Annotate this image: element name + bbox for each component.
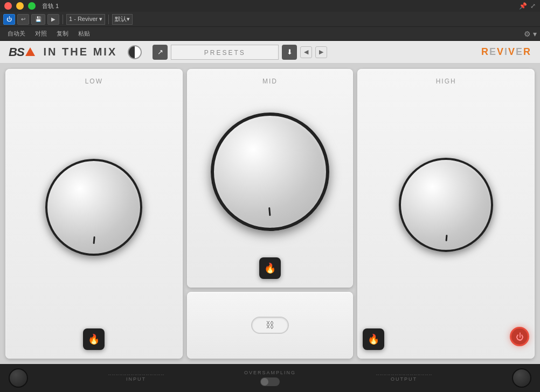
input-label: INPUT bbox=[126, 376, 146, 382]
odot14 bbox=[400, 374, 401, 375]
compare-item[interactable]: 对照 bbox=[31, 29, 51, 39]
dot24 bbox=[151, 374, 153, 375]
reviver-r1: R bbox=[481, 46, 489, 57]
mid-fire-icon: 🔥 bbox=[264, 262, 276, 274]
link-button[interactable]: ⛓ bbox=[251, 317, 289, 334]
odot29 bbox=[429, 374, 430, 375]
preset-label: 1 - Reviver ▾ bbox=[69, 16, 102, 23]
oversampling-area: OVERSAMPLING bbox=[244, 370, 296, 386]
dot21 bbox=[146, 374, 147, 375]
odot30 bbox=[431, 374, 432, 375]
odot22 bbox=[416, 374, 417, 375]
mid-fire-button[interactable]: 🔥 bbox=[259, 257, 281, 279]
odot12 bbox=[397, 374, 398, 375]
high-fire-button[interactable]: 🔥 bbox=[363, 328, 384, 350]
paste-item[interactable]: 粘贴 bbox=[74, 29, 94, 39]
toolbar2: 自动关 对照 复制 粘贴 ⚙ ▾ bbox=[0, 27, 540, 41]
power-button[interactable]: ⏻ bbox=[3, 14, 15, 25]
bottom-left-knob[interactable] bbox=[9, 368, 28, 388]
dot8 bbox=[121, 374, 122, 375]
dot23 bbox=[150, 374, 151, 375]
dot20 bbox=[144, 374, 145, 375]
low-knob-indicator bbox=[93, 236, 95, 244]
dot6 bbox=[117, 374, 119, 375]
bottom-bar: INPUT OVERSAMPLING bbox=[0, 364, 540, 392]
odot10 bbox=[393, 374, 394, 375]
separator2 bbox=[108, 15, 109, 24]
mid-knob[interactable] bbox=[211, 113, 329, 231]
odot18 bbox=[408, 374, 409, 375]
dot4 bbox=[114, 374, 115, 375]
dot13 bbox=[131, 374, 132, 375]
odot7 bbox=[387, 374, 389, 375]
bsa-text: BS bbox=[9, 45, 24, 59]
dot22 bbox=[148, 374, 149, 375]
dot10 bbox=[125, 374, 126, 375]
default-dropdown[interactable]: 默认▾ bbox=[112, 14, 133, 25]
nav-prev-button[interactable]: ◀ bbox=[300, 46, 312, 58]
bsa-logo: BS bbox=[9, 45, 35, 59]
low-band-panel: LOW 🔥 bbox=[5, 69, 183, 359]
odot25 bbox=[421, 374, 423, 375]
minimize-btn[interactable] bbox=[16, 2, 24, 10]
power-button-high[interactable]: ⏻ bbox=[510, 327, 529, 346]
dot1 bbox=[108, 374, 109, 375]
title-bar: 音轨 1 📌 ⤢ bbox=[0, 0, 540, 12]
output-label: OUTPUT bbox=[391, 376, 417, 382]
high-knob[interactable] bbox=[399, 158, 493, 252]
toggle-knob bbox=[261, 378, 268, 386]
odot23 bbox=[418, 374, 419, 375]
link-icon: ⛓ bbox=[266, 320, 274, 330]
toolbar1: ⏻ ↩ 💾 ▶ 1 - Reviver ▾ 默认▾ bbox=[0, 12, 540, 27]
bottom-right-knob[interactable] bbox=[512, 368, 531, 388]
save-button[interactable]: 💾 bbox=[31, 14, 45, 25]
dot27 bbox=[157, 374, 158, 375]
presets-import-button[interactable]: ⬇ bbox=[282, 45, 297, 60]
auto-item[interactable]: 自动关 bbox=[3, 29, 30, 39]
power-icon: ⏻ bbox=[516, 332, 524, 341]
dot2 bbox=[110, 374, 111, 375]
default-label: 默认▾ bbox=[115, 15, 130, 23]
nav-next-button[interactable]: ▶ bbox=[315, 46, 327, 58]
mid-band-panel: MID 🔥 bbox=[187, 69, 354, 288]
plugin-title: IN THE MIX bbox=[44, 46, 117, 58]
odot24 bbox=[419, 374, 420, 375]
presets-export-button[interactable]: ↗ bbox=[153, 45, 168, 60]
high-band-panel: HIGH 🔥 ⏻ bbox=[357, 69, 535, 359]
odot1 bbox=[376, 374, 377, 375]
odot28 bbox=[427, 374, 428, 375]
high-fire-icon: 🔥 bbox=[368, 333, 379, 345]
title-bar-controls: 📌 ⤢ bbox=[519, 2, 536, 10]
mid-column: MID 🔥 ⛓ bbox=[187, 69, 354, 359]
dot9 bbox=[123, 374, 124, 375]
odot21 bbox=[414, 374, 415, 375]
odot3 bbox=[380, 374, 381, 375]
low-knob[interactable] bbox=[45, 159, 142, 256]
dot11 bbox=[127, 374, 128, 375]
low-fire-button[interactable]: 🔥 bbox=[83, 328, 105, 350]
play-button[interactable]: ▶ bbox=[47, 14, 59, 25]
close-btn[interactable] bbox=[4, 2, 12, 10]
high-label: HIGH bbox=[436, 78, 456, 85]
dot17 bbox=[139, 374, 140, 375]
odot26 bbox=[423, 374, 424, 375]
preset-dropdown[interactable]: 1 - Reviver ▾ bbox=[66, 14, 105, 25]
odot5 bbox=[384, 374, 385, 375]
pin-icon[interactable]: 📌 bbox=[519, 2, 527, 10]
settings-icon[interactable]: ⚙ ▾ bbox=[524, 30, 537, 38]
odot13 bbox=[399, 374, 400, 375]
presets-label: PRESETS bbox=[171, 45, 279, 60]
copy-item[interactable]: 复制 bbox=[52, 29, 73, 39]
low-knob-container bbox=[45, 92, 142, 323]
maximize-btn[interactable] bbox=[28, 2, 36, 10]
undo-button[interactable]: ↩ bbox=[17, 14, 29, 25]
odot6 bbox=[385, 374, 386, 375]
oversampling-toggle[interactable] bbox=[260, 377, 280, 386]
mid-knob-container bbox=[211, 92, 329, 252]
low-label: LOW bbox=[85, 78, 103, 85]
low-fire-icon: 🔥 bbox=[88, 333, 100, 345]
contrast-button[interactable] bbox=[128, 45, 142, 59]
bsa-triangle-icon bbox=[25, 47, 35, 56]
resize-icon[interactable]: ⤢ bbox=[530, 2, 536, 10]
dot5 bbox=[116, 374, 117, 375]
